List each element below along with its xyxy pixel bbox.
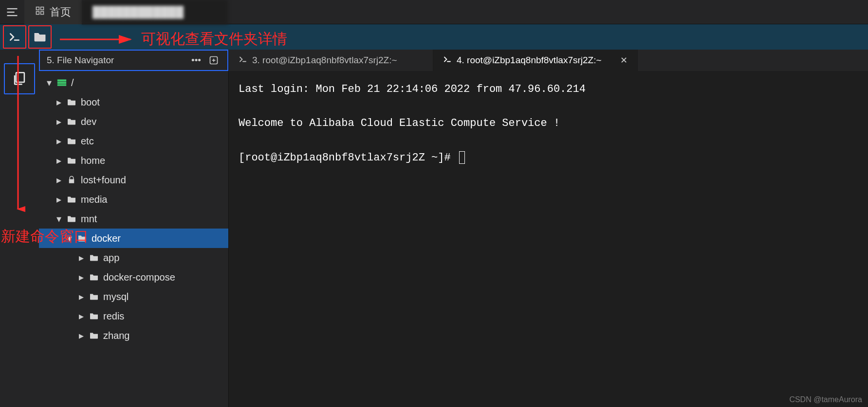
main-area: 5. File Navigator ••• ▾ / ▸boot▸dev▸etc▸… xyxy=(0,50,868,407)
tree-item-home[interactable]: ▸home xyxy=(39,151,228,170)
tree-item-boot[interactable]: ▸boot xyxy=(39,92,228,112)
folder-icon xyxy=(89,332,99,339)
tree-item-label: docker-compose xyxy=(103,272,175,283)
chevron-right-icon: ▸ xyxy=(55,155,62,166)
folder-icon xyxy=(66,215,77,223)
activity-bar xyxy=(0,50,39,407)
chevron-right-icon: ▸ xyxy=(55,194,62,205)
svg-rect-6 xyxy=(41,11,44,14)
server-icon xyxy=(56,79,67,87)
svg-rect-5 xyxy=(37,11,39,14)
tab-home-label: 首页 xyxy=(50,5,71,19)
tree-item-label: docker xyxy=(92,233,121,244)
tab-blurred-label: ████████████ xyxy=(92,6,184,18)
tree-item-app[interactable]: ▸app xyxy=(39,248,228,267)
file-navigator: 5. File Navigator ••• ▾ / ▸boot▸dev▸etc▸… xyxy=(39,50,229,407)
chevron-right-icon: ▸ xyxy=(78,271,85,283)
chevron-down-icon: ▾ xyxy=(46,77,53,88)
tree-item-label: mnt xyxy=(81,213,97,225)
tree-root-label: / xyxy=(71,77,74,88)
tree-root[interactable]: ▾ / xyxy=(39,73,228,92)
chevron-right-icon: ▸ xyxy=(78,291,85,302)
chevron-right-icon: ▸ xyxy=(78,310,85,322)
folder-icon xyxy=(89,312,99,320)
chevron-right-icon: ▸ xyxy=(78,252,85,264)
file-navigator-title: 5. File Navigator xyxy=(47,55,114,66)
tree-item-mysql[interactable]: ▸mysql xyxy=(39,287,228,306)
terminal-line-1: Last login: Mon Feb 21 22:14:06 2022 fro… xyxy=(239,83,586,95)
tree-item-label: app xyxy=(103,252,119,264)
folder-icon xyxy=(66,195,77,203)
folder-icon xyxy=(77,234,88,242)
tree-item-label: etc xyxy=(81,136,94,147)
folder-icon xyxy=(89,293,99,301)
file-tree: ▾ / ▸boot▸dev▸etc▸home▸lost+found▸media▾… xyxy=(39,71,228,407)
tree-item-label: dev xyxy=(81,116,96,127)
chevron-right-icon: ▸ xyxy=(55,96,62,108)
tree-item-label: home xyxy=(81,155,105,166)
svg-rect-14 xyxy=(57,84,66,86)
folder-button[interactable] xyxy=(28,25,52,49)
tree-item-label: mysql xyxy=(103,291,129,302)
editor-tabs: 3. root@iZbp1aq8nbf8vtlax7srj2Z:~ 4. roo… xyxy=(229,50,868,71)
tree-item-label: redis xyxy=(103,311,124,322)
tree-item-label: media xyxy=(81,194,107,205)
editor-tab-2-label: 4. root@iZbp1aq8nbf8vtlax7srj2Z:~ xyxy=(457,55,602,66)
more-icon[interactable]: ••• xyxy=(189,53,203,67)
copy-view-button[interactable] xyxy=(4,63,35,94)
close-icon[interactable]: ✕ xyxy=(620,55,628,66)
tree-item-dev[interactable]: ▸dev xyxy=(39,112,228,131)
folder-icon xyxy=(89,273,99,281)
tree-item-etc[interactable]: ▸etc xyxy=(39,131,228,151)
folder-icon xyxy=(66,98,77,106)
terminal-cursor xyxy=(459,151,465,164)
terminal[interactable]: Last login: Mon Feb 21 22:14:06 2022 fro… xyxy=(229,71,868,407)
top-tab-bar: 首页 ████████████ xyxy=(0,0,868,24)
add-icon[interactable] xyxy=(207,53,221,67)
tree-item-redis[interactable]: ▸redis xyxy=(39,306,228,326)
tree-item-label: lost+found xyxy=(81,175,126,186)
editor-tab-1[interactable]: 3. root@iZbp1aq8nbf8vtlax7srj2Z:~ xyxy=(229,50,433,71)
svg-rect-8 xyxy=(16,72,24,82)
svg-rect-13 xyxy=(57,82,66,84)
svg-rect-4 xyxy=(41,7,44,10)
svg-rect-12 xyxy=(57,79,66,81)
tree-item-label: boot xyxy=(81,97,100,108)
menu-icon[interactable] xyxy=(0,0,24,24)
chevron-down-icon: ▾ xyxy=(66,232,73,244)
svg-rect-3 xyxy=(37,7,39,10)
file-navigator-header: 5. File Navigator ••• xyxy=(39,50,228,71)
tab-active-blurred[interactable]: ████████████ xyxy=(82,0,228,24)
tree-item-lost+found[interactable]: ▸lost+found xyxy=(39,170,228,190)
grid-icon xyxy=(35,6,45,18)
tree-item-label: zhang xyxy=(103,330,130,341)
chevron-right-icon: ▸ xyxy=(78,330,85,341)
folder-icon xyxy=(66,118,77,125)
chevron-right-icon: ▸ xyxy=(55,174,62,186)
chevron-right-icon: ▸ xyxy=(55,116,62,127)
tree-item-zhang[interactable]: ▸zhang xyxy=(39,326,228,345)
editor-tab-2[interactable]: 4. root@iZbp1aq8nbf8vtlax7srj2Z:~ ✕ xyxy=(433,50,638,71)
chevron-down-icon: ▾ xyxy=(55,213,62,225)
terminal-line-2: Welcome to Alibaba Cloud Elastic Compute… xyxy=(239,117,560,129)
tree-item-media[interactable]: ▸media xyxy=(39,190,228,209)
prompt-icon xyxy=(443,55,452,66)
terminal-prompt: [root@iZbp1aq8nbf8vtlax7srj2Z ~]# xyxy=(239,152,457,164)
folder-icon xyxy=(89,254,99,262)
editor-tab-1-label: 3. root@iZbp1aq8nbf8vtlax7srj2Z:~ xyxy=(252,55,397,66)
tree-item-docker[interactable]: ▾docker xyxy=(39,229,228,248)
tree-item-mnt[interactable]: ▾mnt xyxy=(39,209,228,229)
lock-icon xyxy=(66,176,77,184)
watermark: CSDN @tameAurora xyxy=(789,395,862,404)
tool-bar xyxy=(0,24,868,50)
prompt-icon xyxy=(239,55,247,66)
tree-item-docker-compose[interactable]: ▸docker-compose xyxy=(39,267,228,287)
chevron-right-icon: ▸ xyxy=(55,135,62,147)
tab-home[interactable]: 首页 xyxy=(24,0,82,24)
terminal-prompt-button[interactable] xyxy=(3,25,26,49)
folder-icon xyxy=(66,137,77,145)
folder-icon xyxy=(66,157,77,164)
editor-area: 3. root@iZbp1aq8nbf8vtlax7srj2Z:~ 4. roo… xyxy=(229,50,868,407)
